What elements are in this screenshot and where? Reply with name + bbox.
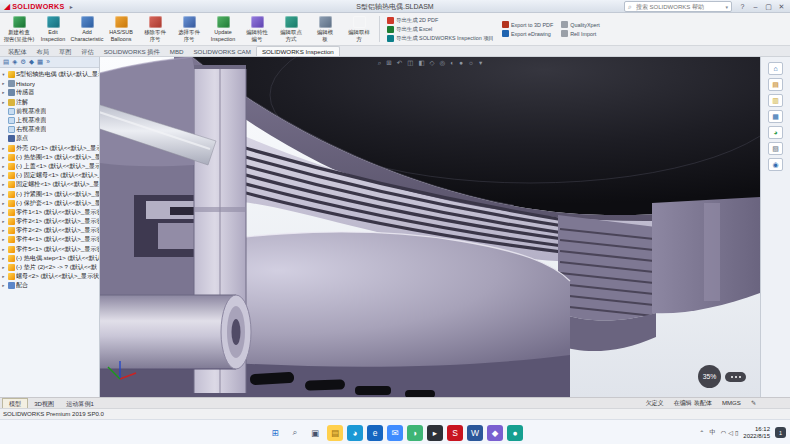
- custom-properties-icon[interactable]: ▧: [768, 142, 783, 155]
- help-search-box[interactable]: ⌕ ▾: [624, 1, 732, 12]
- view-settings-icon[interactable]: ▾: [479, 58, 482, 68]
- expand-arrow-icon[interactable]: ▸: [1, 164, 6, 169]
- display-style-icon[interactable]: ◎: [440, 58, 446, 68]
- search-icon[interactable]: ⌕: [287, 425, 303, 441]
- ribbon-button[interactable]: 新建检查报告(呈批件): [2, 14, 36, 44]
- app-teal-icon[interactable]: ●: [507, 425, 523, 441]
- expand-arrow-icon[interactable]: ▸: [1, 219, 6, 224]
- tree-item[interactable]: ▸螺母<2> (默认<<默认>_显示状: [1, 272, 99, 281]
- search-dropdown-icon[interactable]: ▾: [725, 4, 728, 10]
- apply-scene-icon[interactable]: ☼: [468, 58, 474, 68]
- hide-show-items-icon[interactable]: ◐: [450, 58, 454, 68]
- expand-arrow-icon[interactable]: ▸: [1, 210, 6, 215]
- tree-item[interactable]: ▸配合: [1, 281, 99, 290]
- appearances-scenes-icon[interactable]: ◕: [768, 126, 783, 139]
- edge-icon[interactable]: ◕: [347, 425, 363, 441]
- viewport-canvas[interactable]: ⌕⊞↶◫◧◇◎◐●☼▾ 35%: [100, 57, 760, 397]
- terminal-icon[interactable]: ▸: [427, 425, 443, 441]
- forum-icon[interactable]: ◉: [768, 158, 783, 171]
- tree-item[interactable]: ▸零件2<1> (默认<<默认>_显示状: [1, 217, 99, 226]
- menu-expand-arrow-icon[interactable]: ▸: [70, 3, 73, 10]
- view-orientation-icon[interactable]: ◇: [430, 58, 435, 68]
- ribbon-tab-3[interactable]: 评估: [76, 47, 98, 57]
- dimxpertmanager-tab[interactable]: ◆: [29, 57, 34, 67]
- tree-item[interactable]: ▸(-) 上盖<1> (默认<<默认>_显示状: [1, 162, 99, 171]
- ribbon-button[interactable]: 编辑取样方: [342, 14, 376, 44]
- tree-item[interactable]: ▾S型铝轴热电偶 (默认<默认_显示状态-1: [1, 70, 99, 79]
- export-item[interactable]: Rell Import: [561, 30, 600, 37]
- word-icon[interactable]: W: [467, 425, 483, 441]
- expand-arrow-icon[interactable]: ▸: [1, 201, 6, 206]
- design-library-icon[interactable]: ▤: [768, 78, 783, 91]
- zoom-fit-icon[interactable]: ⌕: [378, 58, 382, 68]
- tree-item[interactable]: 上视基准面: [1, 116, 99, 125]
- expand-arrow-icon[interactable]: ▸: [1, 228, 6, 233]
- tree-item[interactable]: ▸(-) 热电偶.step<1> (默认<<默认>: [1, 254, 99, 263]
- tree-item[interactable]: 右视基准面: [1, 125, 99, 134]
- tree-item[interactable]: 原点: [1, 134, 99, 143]
- minimize-button[interactable]: –: [749, 0, 762, 13]
- ribbon-tab-5[interactable]: MBD: [165, 47, 189, 57]
- doc-tab-0[interactable]: 模型: [2, 398, 28, 409]
- displaymanager-tab[interactable]: ▦: [37, 57, 43, 67]
- expand-arrow-icon[interactable]: ▸: [1, 81, 6, 86]
- expand-arrow-icon[interactable]: ▸: [1, 283, 6, 288]
- ime-indicator[interactable]: 中: [710, 428, 716, 437]
- ribbon-tab-0[interactable]: 装配体: [3, 47, 32, 57]
- tree-item[interactable]: ▸History: [1, 79, 99, 88]
- export-item[interactable]: Export eDrawing: [502, 30, 553, 37]
- export-item[interactable]: Export to 3D PDF: [502, 21, 553, 28]
- tree-item[interactable]: ▸(-) 固定螺母<1> (默认<<默认>_显: [1, 171, 99, 180]
- browser-icon[interactable]: e: [367, 425, 383, 441]
- file-explorer-tab-icon[interactable]: ▥: [768, 94, 783, 107]
- expand-arrow-icon[interactable]: ▸: [1, 247, 6, 252]
- tray-chevron-icon[interactable]: ⌃: [699, 429, 704, 436]
- search-input[interactable]: [634, 3, 724, 11]
- export-item[interactable]: 导出生成 SOLIDWORKS Inspection 项目: [387, 35, 494, 42]
- edit-icon[interactable]: ✎: [751, 398, 756, 408]
- tree-item[interactable]: ▸零件4<1> (默认<<默认>_显示状: [1, 235, 99, 244]
- expand-arrow-icon[interactable]: ▸: [1, 100, 6, 105]
- expand-arrow-icon[interactable]: ▸: [1, 265, 6, 270]
- ribbon-button[interactable]: 编辑模板: [308, 14, 342, 44]
- clock[interactable]: 16:12 2022/8/15: [743, 426, 770, 440]
- ribbon-button[interactable]: HAS/SUBBalloons: [104, 14, 138, 44]
- panel-overflow[interactable]: »: [46, 57, 50, 67]
- mail-icon[interactable]: ✉: [387, 425, 403, 441]
- tree-item[interactable]: ▸固定螺栓<1> (默认<<默认>_显示1: [1, 180, 99, 189]
- ribbon-button[interactable]: UpdateInspection: [206, 14, 240, 44]
- wechat-icon[interactable]: ◗: [407, 425, 423, 441]
- tree-item[interactable]: ▸传感器: [1, 88, 99, 97]
- ribbon-tab-7[interactable]: SOLIDWORKS Inspection: [256, 46, 340, 57]
- task-view-icon[interactable]: ▣: [307, 425, 323, 441]
- expand-arrow-icon[interactable]: ▸: [1, 237, 6, 242]
- doc-tab-2[interactable]: 运动算例1: [60, 399, 100, 409]
- tree-item[interactable]: ▸注解: [1, 98, 99, 107]
- solidworks-app-icon[interactable]: S: [447, 425, 463, 441]
- help-button[interactable]: ?: [736, 0, 749, 13]
- export-item[interactable]: 导出生成 Excel: [387, 26, 494, 33]
- ribbon-button[interactable]: 移除零件序号: [138, 14, 172, 44]
- ribbon-tab-1[interactable]: 布局: [32, 47, 54, 57]
- file-explorer-icon[interactable]: ▤: [327, 425, 343, 441]
- previous-view-icon[interactable]: ↶: [397, 58, 402, 68]
- annotation-view-icon[interactable]: ◧: [418, 58, 424, 68]
- expand-arrow-icon[interactable]: ▸: [1, 90, 6, 95]
- expand-arrow-icon[interactable]: ▸: [1, 182, 6, 187]
- ribbon-button[interactable]: 选择零件序号: [172, 14, 206, 44]
- featuremanager-tab[interactable]: ▤: [3, 57, 9, 67]
- ribbon-tab-4[interactable]: SOLIDWORKS 插件: [99, 47, 165, 57]
- tree-item[interactable]: ▸(-) 垫片 (2)<2> -> ? (默认<<默: [1, 263, 99, 272]
- tree-item[interactable]: 前视基准面: [1, 107, 99, 116]
- ribbon-tab-2[interactable]: 草图: [54, 47, 76, 57]
- propertymanager-tab[interactable]: ◈: [12, 57, 17, 67]
- ribbon-button[interactable]: AddCharacteristic: [70, 14, 104, 44]
- expand-arrow-icon[interactable]: ▸: [1, 192, 6, 197]
- configurationmanager-tab[interactable]: ⚙: [20, 57, 26, 67]
- tree-item[interactable]: ▸零件1<1> (默认<<默认>_显示状态: [1, 208, 99, 217]
- ribbon-button[interactable]: 编辑特性编号: [240, 14, 274, 44]
- tree-item[interactable]: ▸外壳 (2)<1> (默认<<默认>_显示状: [1, 144, 99, 153]
- close-button[interactable]: ✕: [775, 0, 788, 13]
- section-view-icon[interactable]: ◫: [407, 58, 413, 68]
- expand-arrow-icon[interactable]: ▾: [1, 72, 6, 77]
